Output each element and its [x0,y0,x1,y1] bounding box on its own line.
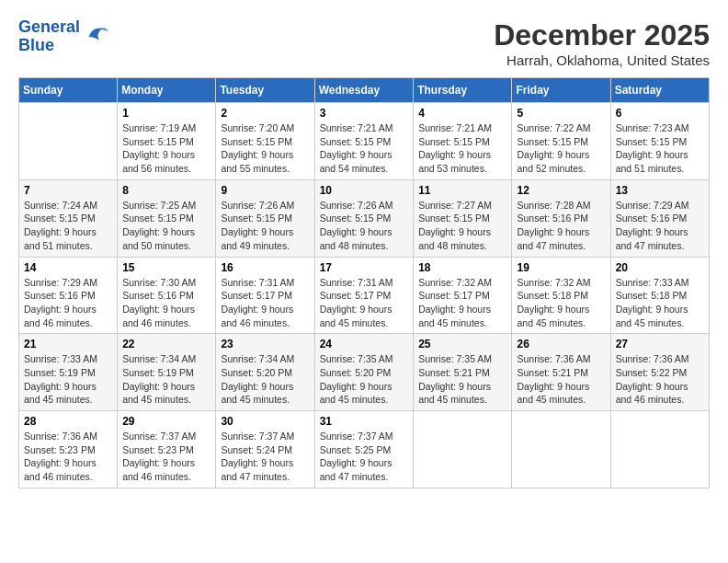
day-number: 3 [320,107,409,120]
calendar-cell: 5Sunrise: 7:22 AM Sunset: 5:15 PM Daylig… [512,103,610,180]
day-number: 17 [320,261,409,274]
day-number: 20 [616,261,704,274]
day-number: 12 [517,184,605,197]
day-number: 21 [24,338,112,350]
day-info: Sunrise: 7:34 AM Sunset: 5:19 PM Dayligh… [122,352,210,407]
day-number: 19 [517,261,605,274]
calendar-cell: 7Sunrise: 7:24 AM Sunset: 5:15 PM Daylig… [19,179,118,257]
day-info: Sunrise: 7:22 AM Sunset: 5:15 PM Dayligh… [517,121,605,176]
calendar-cell: 22Sunrise: 7:34 AM Sunset: 5:19 PM Dayli… [118,334,216,411]
day-number: 13 [616,184,704,197]
day-number: 14 [24,261,112,274]
calendar-cell: 15Sunrise: 7:30 AM Sunset: 5:16 PM Dayli… [118,257,216,334]
week-row-3: 14Sunrise: 7:29 AM Sunset: 5:16 PM Dayli… [19,257,710,334]
day-number: 28 [24,415,112,428]
calendar-cell [414,411,512,488]
day-info: Sunrise: 7:36 AM Sunset: 5:22 PM Dayligh… [616,352,704,407]
calendar-cell: 19Sunrise: 7:32 AM Sunset: 5:18 PM Dayli… [512,257,610,334]
day-info: Sunrise: 7:34 AM Sunset: 5:20 PM Dayligh… [221,352,309,407]
calendar-cell [512,411,610,488]
day-number: 27 [616,338,704,350]
calendar-cell: 17Sunrise: 7:31 AM Sunset: 5:17 PM Dayli… [314,257,414,334]
day-number: 30 [221,415,309,428]
day-info: Sunrise: 7:29 AM Sunset: 5:16 PM Dayligh… [24,276,112,330]
logo-text: General [18,18,80,37]
day-number: 4 [418,107,506,120]
header: General Blue December 2025 Harrah, Oklah… [18,18,710,68]
day-info: Sunrise: 7:37 AM Sunset: 5:25 PM Dayligh… [320,430,409,484]
day-number: 18 [418,261,506,274]
weekday-header-wednesday: Wednesday [314,78,414,103]
day-info: Sunrise: 7:25 AM Sunset: 5:15 PM Dayligh… [122,199,210,253]
day-info: Sunrise: 7:27 AM Sunset: 5:15 PM Dayligh… [418,199,506,253]
calendar-cell: 31Sunrise: 7:37 AM Sunset: 5:25 PM Dayli… [314,411,414,488]
calendar-cell: 6Sunrise: 7:23 AM Sunset: 5:15 PM Daylig… [610,103,709,180]
day-info: Sunrise: 7:37 AM Sunset: 5:23 PM Dayligh… [122,430,210,484]
day-number: 16 [221,261,309,274]
calendar-cell: 18Sunrise: 7:32 AM Sunset: 5:17 PM Dayli… [414,257,512,334]
day-info: Sunrise: 7:26 AM Sunset: 5:15 PM Dayligh… [221,199,309,253]
day-number: 24 [320,338,409,350]
calendar-cell: 21Sunrise: 7:33 AM Sunset: 5:19 PM Dayli… [19,334,118,411]
calendar-cell: 23Sunrise: 7:34 AM Sunset: 5:20 PM Dayli… [216,334,314,411]
week-row-4: 21Sunrise: 7:33 AM Sunset: 5:19 PM Dayli… [19,334,710,411]
weekday-header-row: SundayMondayTuesdayWednesdayThursdayFrid… [19,78,710,103]
weekday-header-thursday: Thursday [414,78,512,103]
week-row-2: 7Sunrise: 7:24 AM Sunset: 5:15 PM Daylig… [19,179,710,257]
day-info: Sunrise: 7:33 AM Sunset: 5:19 PM Dayligh… [24,352,112,407]
day-info: Sunrise: 7:28 AM Sunset: 5:16 PM Dayligh… [517,199,605,253]
calendar-cell: 8Sunrise: 7:25 AM Sunset: 5:15 PM Daylig… [118,179,216,257]
day-info: Sunrise: 7:23 AM Sunset: 5:15 PM Dayligh… [616,121,704,176]
day-number: 9 [221,184,309,197]
calendar-cell: 1Sunrise: 7:19 AM Sunset: 5:15 PM Daylig… [118,103,216,180]
week-row-1: 1Sunrise: 7:19 AM Sunset: 5:15 PM Daylig… [19,103,710,180]
calendar-cell: 2Sunrise: 7:20 AM Sunset: 5:15 PM Daylig… [216,103,314,180]
day-number: 23 [221,338,309,350]
day-number: 10 [320,184,409,197]
calendar-cell: 28Sunrise: 7:36 AM Sunset: 5:23 PM Dayli… [19,411,118,488]
day-number: 7 [24,184,112,197]
day-info: Sunrise: 7:32 AM Sunset: 5:18 PM Dayligh… [517,276,605,330]
weekday-header-tuesday: Tuesday [216,78,314,103]
day-info: Sunrise: 7:21 AM Sunset: 5:15 PM Dayligh… [320,121,409,176]
calendar-cell: 14Sunrise: 7:29 AM Sunset: 5:16 PM Dayli… [19,257,118,334]
calendar-cell [610,411,709,488]
day-number: 1 [122,107,210,120]
calendar-cell: 30Sunrise: 7:37 AM Sunset: 5:24 PM Dayli… [216,411,314,488]
day-number: 29 [122,415,210,428]
calendar-cell: 11Sunrise: 7:27 AM Sunset: 5:15 PM Dayli… [414,179,512,257]
day-number: 2 [221,107,309,120]
calendar-cell: 24Sunrise: 7:35 AM Sunset: 5:20 PM Dayli… [314,334,414,411]
calendar-cell: 26Sunrise: 7:36 AM Sunset: 5:21 PM Dayli… [512,334,610,411]
day-number: 31 [320,415,409,428]
calendar-cell: 20Sunrise: 7:33 AM Sunset: 5:18 PM Dayli… [610,257,709,334]
month-title: December 2025 [494,18,710,52]
week-row-5: 28Sunrise: 7:36 AM Sunset: 5:23 PM Dayli… [19,411,710,488]
day-info: Sunrise: 7:26 AM Sunset: 5:15 PM Dayligh… [320,199,409,253]
weekday-header-sunday: Sunday [19,78,118,103]
logo: General Blue [18,18,109,55]
calendar-cell: 25Sunrise: 7:35 AM Sunset: 5:21 PM Dayli… [414,334,512,411]
day-number: 8 [122,184,210,197]
weekday-header-saturday: Saturday [610,78,709,103]
day-info: Sunrise: 7:30 AM Sunset: 5:16 PM Dayligh… [122,276,210,330]
day-info: Sunrise: 7:31 AM Sunset: 5:17 PM Dayligh… [221,276,309,330]
day-number: 6 [616,107,704,120]
day-number: 11 [418,184,506,197]
day-info: Sunrise: 7:33 AM Sunset: 5:18 PM Dayligh… [616,276,704,330]
day-number: 25 [418,338,506,350]
day-number: 22 [122,338,210,350]
calendar-cell: 16Sunrise: 7:31 AM Sunset: 5:17 PM Dayli… [216,257,314,334]
day-info: Sunrise: 7:36 AM Sunset: 5:23 PM Dayligh… [24,430,112,484]
calendar-cell: 9Sunrise: 7:26 AM Sunset: 5:15 PM Daylig… [216,179,314,257]
day-number: 15 [122,261,210,274]
calendar-cell: 3Sunrise: 7:21 AM Sunset: 5:15 PM Daylig… [314,103,414,180]
calendar-cell: 12Sunrise: 7:28 AM Sunset: 5:16 PM Dayli… [512,179,610,257]
day-info: Sunrise: 7:24 AM Sunset: 5:15 PM Dayligh… [24,199,112,253]
day-info: Sunrise: 7:19 AM Sunset: 5:15 PM Dayligh… [122,121,210,176]
title-block: December 2025 Harrah, Oklahoma, United S… [494,18,710,68]
day-info: Sunrise: 7:36 AM Sunset: 5:21 PM Dayligh… [517,352,605,407]
weekday-header-friday: Friday [512,78,610,103]
day-info: Sunrise: 7:35 AM Sunset: 5:21 PM Dayligh… [418,352,506,407]
calendar-cell: 4Sunrise: 7:21 AM Sunset: 5:15 PM Daylig… [414,103,512,180]
